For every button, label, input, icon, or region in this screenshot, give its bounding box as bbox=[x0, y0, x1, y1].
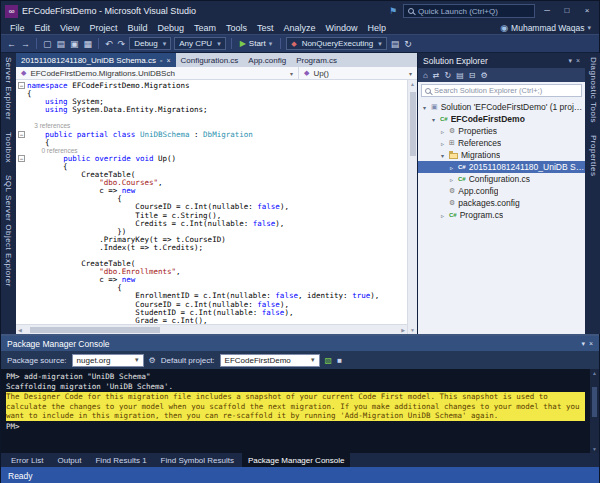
menu-item-project[interactable]: Project bbox=[84, 23, 122, 33]
panel-tab-find-results-1[interactable]: Find Results 1 bbox=[89, 453, 152, 467]
package-source-dropdown[interactable]: nuget.org ▾ bbox=[72, 354, 144, 367]
minimize-button[interactable]: ─ bbox=[539, 4, 555, 18]
menu-item-file[interactable]: File bbox=[5, 23, 30, 33]
tree-item-properties[interactable]: ▹⚙Properties bbox=[418, 125, 585, 137]
maximize-button[interactable]: □ bbox=[559, 4, 575, 18]
undo-icon[interactable]: ↶ bbox=[104, 39, 114, 49]
member-dropdown[interactable]: ◆ Up() ▾ bbox=[299, 67, 417, 79]
auto-hide-icon[interactable]: ▾ bbox=[581, 340, 585, 348]
scroll-down-icon[interactable]: ▼ bbox=[592, 445, 597, 453]
editor-horizontal-scrollbar[interactable]: ◀ ▶ bbox=[16, 324, 407, 334]
menu-item-test[interactable]: Test bbox=[252, 23, 279, 33]
fold-toggle-icon[interactable] bbox=[18, 131, 25, 138]
auto-hide-icon[interactable]: ▾ bbox=[568, 57, 572, 65]
collapse-all-icon[interactable]: ⊟ bbox=[469, 71, 476, 80]
code-line[interactable]: namespace EFCodeFirstDemo.Migrations bbox=[16, 82, 407, 90]
menu-item-analyze[interactable]: Analyze bbox=[279, 23, 321, 33]
tree-item-efcodefirstdemo[interactable]: ▾C#EFCodeFirstDemo bbox=[418, 113, 585, 125]
scroll-right-icon[interactable]: ▶ bbox=[401, 326, 405, 334]
pmc-header[interactable]: Package Manager Console ▾ × bbox=[1, 336, 599, 351]
code-line[interactable]: { bbox=[16, 139, 407, 147]
build-icon[interactable]: ▤ bbox=[390, 39, 401, 49]
tree-expander-icon[interactable]: ▹ bbox=[439, 128, 446, 135]
tree-item-solution-efcodefirstdemo-1-project[interactable]: ▾▣Solution 'EFCodeFirstDemo' (1 project) bbox=[418, 101, 585, 113]
redo-icon[interactable]: ↷ bbox=[117, 39, 127, 49]
close-button[interactable]: × bbox=[579, 4, 595, 18]
sync-icon[interactable]: ⇄ bbox=[433, 71, 440, 80]
menu-item-debug[interactable]: Debug bbox=[152, 23, 189, 33]
tree-item-packages-config[interactable]: ⚙packages.config bbox=[418, 197, 585, 209]
code-line[interactable]: Grade = c.Int(), bbox=[16, 317, 407, 324]
menu-item-help[interactable]: Help bbox=[363, 23, 392, 33]
tree-item-app-config[interactable]: ⚙App.config bbox=[418, 185, 585, 197]
tree-expander-icon[interactable]: ▾ bbox=[421, 104, 428, 111]
tree-item-configuration-cs[interactable]: ▹C#Configuration.cs bbox=[418, 173, 585, 185]
tree-item-201511081241180-unidb-schema-cs[interactable]: ▹C#201511081241180_UniDB Schema.cs bbox=[418, 161, 585, 173]
show-all-icon[interactable]: ▤ bbox=[456, 71, 464, 80]
dock-tab-sql-server-object-explorer[interactable]: SQL Server Object Explorer bbox=[4, 175, 13, 287]
code-line[interactable]: .Index(t => t.Credits); bbox=[16, 244, 407, 252]
quick-launch-input[interactable]: Quick Launch (Ctrl+Q) bbox=[403, 4, 535, 18]
start-debug-button[interactable]: ▶ Start ▾ bbox=[237, 39, 276, 48]
close-tab-icon[interactable]: × bbox=[166, 57, 170, 64]
console-output[interactable]: PM> add-migration "UniDB Schema"Scaffold… bbox=[1, 369, 590, 453]
scroll-left-icon[interactable]: ◀ bbox=[18, 326, 22, 334]
document-tab-program-cs[interactable]: Program.cs bbox=[291, 53, 342, 67]
panel-tab-package-manager-console[interactable]: Package Manager Console bbox=[242, 453, 351, 467]
panel-tab-output[interactable]: Output bbox=[51, 453, 87, 467]
tree-expander-icon[interactable]: ▹ bbox=[439, 140, 446, 147]
menu-item-view[interactable]: View bbox=[55, 23, 84, 33]
tree-expander-icon[interactable]: ▹ bbox=[448, 176, 455, 183]
document-tab-201511081241180-unidb-schema-cs[interactable]: 201511081241180_UniDB Schema.cs▫× bbox=[16, 53, 176, 67]
scroll-up-icon[interactable]: ▲ bbox=[592, 369, 597, 377]
clear-console-icon[interactable]: ▧ bbox=[325, 356, 333, 365]
solution-platform-dropdown[interactable]: Any CPU ▾ bbox=[174, 37, 225, 50]
fold-toggle-icon[interactable] bbox=[18, 155, 25, 162]
save-icon[interactable]: ▣ bbox=[69, 39, 80, 49]
home-icon[interactable]: ⌂ bbox=[423, 71, 428, 80]
close-icon[interactable]: × bbox=[576, 57, 580, 64]
new-file-icon[interactable]: ▢ bbox=[42, 39, 53, 49]
menu-item-tools[interactable]: Tools bbox=[221, 23, 252, 33]
refresh-icon[interactable]: ↻ bbox=[445, 71, 452, 80]
document-tab-app-config[interactable]: App.config bbox=[243, 53, 291, 67]
dock-tab-toolbox[interactable]: Toolbox bbox=[4, 132, 13, 163]
horizontal-scroll-thumb[interactable] bbox=[30, 327, 160, 333]
fold-toggle-icon[interactable] bbox=[18, 82, 25, 89]
dock-tab-properties[interactable]: Properties bbox=[589, 135, 598, 176]
code-line[interactable]: using System.Data.Entity.Migrations; bbox=[16, 106, 407, 114]
tree-item-migrations[interactable]: ▾Migrations bbox=[418, 149, 585, 161]
tree-item-program-cs[interactable]: ▹C#Program.cs bbox=[418, 209, 585, 221]
codelens-references[interactable]: 0 references bbox=[27, 147, 78, 154]
menu-item-window[interactable]: Window bbox=[321, 23, 363, 33]
code-line[interactable]: public partial class UniDBSchema : DbMig… bbox=[16, 131, 407, 139]
editor-vertical-scrollbar[interactable]: ▲ ▼ bbox=[407, 80, 417, 334]
save-all-icon[interactable]: ▦ bbox=[83, 39, 94, 49]
tree-item-references[interactable]: ▹⊞References bbox=[418, 137, 585, 149]
solution-explorer-search-input[interactable]: Search Solution Explorer (Ctrl+;) bbox=[421, 84, 582, 97]
console-scroll-thumb[interactable] bbox=[592, 387, 597, 417]
scroll-up-icon[interactable]: ▲ bbox=[410, 80, 415, 88]
code-line[interactable]: public override void Up() bbox=[16, 155, 407, 163]
tree-expander-icon[interactable]: ▹ bbox=[439, 212, 446, 219]
close-icon[interactable]: × bbox=[589, 340, 593, 347]
package-source-settings-icon[interactable]: ⚙ bbox=[149, 356, 156, 365]
menu-item-edit[interactable]: Edit bbox=[30, 23, 56, 33]
menu-item-team[interactable]: Team bbox=[189, 23, 221, 33]
navigate-forward-icon[interactable]: → bbox=[20, 39, 31, 49]
tree-expander-icon[interactable]: ▹ bbox=[448, 164, 455, 171]
panel-tab-error-list[interactable]: Error List bbox=[5, 453, 49, 467]
dock-tab-diagnostic-tools[interactable]: Diagnostic Tools bbox=[589, 57, 598, 123]
console-scrollbar[interactable]: ▲ ▼ bbox=[590, 369, 599, 453]
codelens-references[interactable]: 3 references bbox=[27, 122, 70, 129]
feedback-flag-icon[interactable]: ⚑ bbox=[387, 6, 399, 16]
navigate-back-icon[interactable]: ← bbox=[6, 39, 17, 49]
menu-item-build[interactable]: Build bbox=[122, 23, 152, 33]
signed-in-user[interactable]: ◉ Muhammad Waqas ▾ bbox=[500, 23, 595, 33]
solution-explorer-header[interactable]: Solution Explorer ▾ × bbox=[418, 53, 585, 68]
tree-expander-icon[interactable]: ▾ bbox=[439, 152, 446, 159]
code-line[interactable] bbox=[16, 114, 407, 122]
scroll-down-icon[interactable]: ▼ bbox=[410, 326, 415, 334]
document-tab-configuration-cs[interactable]: Configuration.cs bbox=[176, 53, 244, 67]
refresh-icon[interactable]: ↻ bbox=[403, 39, 413, 49]
